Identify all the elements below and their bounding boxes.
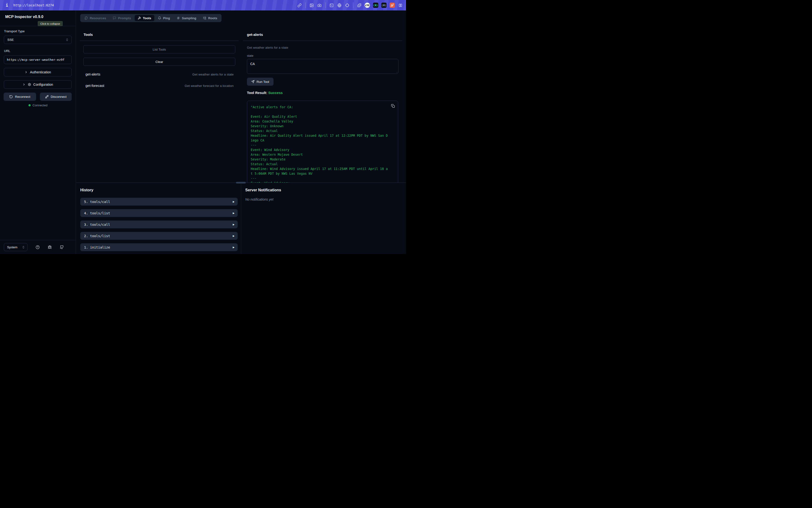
transport-type-select[interactable]: SSE	[4, 36, 72, 44]
tab-bar: Resources Prompts Tools Ping Sampling Ro…	[80, 14, 221, 22]
expand-caret-icon: ▶	[233, 235, 234, 237]
bug-icon[interactable]	[48, 245, 52, 249]
tool-result-line: Tool Result: Success	[247, 91, 283, 95]
hammer-icon	[138, 16, 141, 20]
reconnect-button[interactable]: Reconnect	[4, 93, 36, 101]
configuration-button[interactable]: Configuration	[4, 80, 72, 89]
tab-prompts[interactable]: Prompts	[110, 15, 134, 21]
history-item-label: 1. initialize	[84, 246, 110, 249]
history-item[interactable]: 2. tools/list ▶	[80, 232, 238, 240]
connection-status-label: Connected	[33, 103, 47, 107]
rocket-extension-badge[interactable]	[390, 3, 395, 8]
history-item-label: 4. tools/list	[84, 211, 110, 215]
param-state-input[interactable]: CA	[247, 59, 398, 74]
url-input-value: https://mcp-server-weather-ez9f	[7, 58, 65, 61]
separator	[305, 2, 306, 8]
history-item-label: 2. tools/list	[84, 234, 110, 238]
app-title: MCP Inspector v0.9.0	[5, 15, 43, 19]
chevrons-up-down-icon	[66, 38, 69, 41]
chevrons-up-down-icon	[22, 246, 25, 249]
history-item[interactable]: 5. tools/call ▶	[80, 198, 238, 206]
theme-select[interactable]: System	[4, 243, 28, 251]
puzzle-icon[interactable]	[357, 3, 361, 8]
tab-resources[interactable]: Resources	[81, 15, 109, 21]
tab-label: Sampling	[182, 16, 196, 20]
tool-description: Get weather forecast for a location	[185, 84, 233, 88]
authentication-button[interactable]: Authentication	[4, 68, 72, 77]
gear-icon	[28, 83, 31, 86]
unplug-icon	[45, 95, 49, 98]
address-url: http://localhost:6274	[13, 3, 54, 7]
history-item[interactable]: 4. tools/list ▶	[80, 209, 238, 217]
expand-caret-icon: ▶	[233, 246, 234, 249]
github-icon[interactable]	[60, 245, 64, 249]
link-icon[interactable]	[297, 3, 302, 8]
bell-icon	[158, 16, 161, 20]
sidebar: MCP Inspector v0.9.0 Click to collapse T…	[0, 10, 76, 254]
expand-caret-icon: ▶	[233, 200, 234, 203]
help-icon[interactable]	[36, 245, 40, 249]
param-state-value: CA	[250, 62, 255, 66]
copy-icon[interactable]	[391, 104, 395, 108]
collapse-tooltip: Click to collapse	[38, 21, 63, 26]
transport-type-label: Transport Type	[4, 30, 25, 33]
globe-icon[interactable]	[337, 3, 342, 8]
image-icon[interactable]	[309, 3, 314, 8]
configuration-label: Configuration	[33, 83, 53, 86]
authentication-label: Authentication	[30, 70, 51, 74]
rm-extension-badge[interactable]: rM	[365, 3, 370, 8]
tool-result-status: Success	[268, 91, 283, 95]
tool-result-label: Tool Result:	[247, 91, 267, 95]
bracket-extension-badge-green[interactable]: (Ж)	[373, 3, 378, 8]
message-square-icon	[113, 16, 116, 20]
transport-type-value: SSE	[7, 38, 14, 42]
list-tools-button[interactable]: List Tools	[83, 45, 235, 53]
connection-status: Connected	[0, 103, 76, 107]
tab-label: Tools	[143, 16, 151, 20]
bottom-panel: History 5. tools/call ▶ 4. tools/list ▶ …	[76, 182, 406, 254]
split-view-icon[interactable]	[398, 3, 403, 8]
disconnect-label: Disconnect	[51, 95, 67, 98]
bracket-extension-badge-gray[interactable]: (Ж)	[381, 3, 387, 8]
run-tool-button[interactable]: Run Tool	[247, 78, 273, 86]
history-item-label: 5. tools/call	[84, 200, 110, 204]
tool-list-item-get-alerts[interactable]: get-alerts Get weather alerts for a stat…	[85, 72, 233, 76]
clear-button[interactable]: Clear	[83, 58, 235, 66]
expand-caret-icon: ▶	[233, 212, 234, 214]
tab-roots[interactable]: Roots	[200, 15, 220, 21]
send-icon	[251, 80, 255, 83]
folder-tree-icon	[203, 16, 206, 20]
history-item[interactable]: 3. tools/call ▶	[80, 220, 238, 228]
camera-icon[interactable]	[317, 3, 322, 8]
disconnect-button[interactable]: Disconnect	[40, 93, 72, 101]
separator	[353, 2, 353, 8]
rotate-ccw-icon	[9, 95, 13, 98]
tools-pane-heading: Tools	[84, 33, 93, 37]
hash-icon	[177, 16, 180, 20]
no-notifications-text: No notifications yet	[245, 198, 273, 201]
theme-select-value: System	[7, 246, 17, 249]
browser-topbar: i http://localhost:6274 rM (Ж) (Ж)	[0, 0, 406, 10]
crosshair-icon[interactable]	[345, 3, 349, 8]
param-state-label: state	[247, 54, 253, 57]
history-item-label: 3. tools/call	[84, 223, 110, 226]
tab-tools[interactable]: Tools	[135, 15, 154, 21]
resize-grip-icon[interactable]	[395, 71, 397, 73]
tab-sampling[interactable]: Sampling	[174, 15, 200, 21]
runner-pane-heading: get-alerts	[247, 33, 263, 37]
tool-description: Get weather alerts for a state	[192, 73, 233, 76]
tool-name: get-alerts	[85, 72, 100, 76]
tab-ping[interactable]: Ping	[155, 15, 173, 21]
history-item[interactable]: 1. initialize ▶	[80, 243, 238, 251]
tab-label: Prompts	[118, 16, 131, 20]
connected-dot-icon	[29, 104, 31, 107]
reconnect-label: Reconnect	[15, 95, 30, 98]
terminal-icon[interactable]	[329, 3, 334, 8]
url-label: URL	[4, 49, 10, 53]
url-input[interactable]: https://mcp-server-weather-ez9f	[4, 55, 72, 64]
tool-list-item-get-forecast[interactable]: get-forecast Get weather forecast for a …	[85, 84, 233, 88]
tool-description-text: Get weather alerts for a state	[247, 46, 288, 49]
tab-label: Resources	[90, 16, 106, 20]
tab-label: Ping	[163, 16, 170, 20]
tool-result-output-text: "Active alerts for CA: Event: Air Qualit…	[251, 105, 394, 185]
